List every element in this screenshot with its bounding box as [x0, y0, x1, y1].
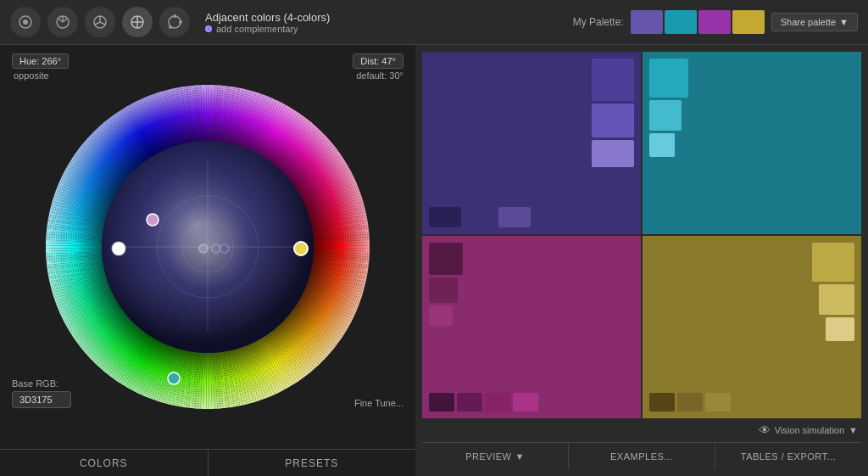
tl-swatch-3[interactable] — [592, 140, 634, 167]
quadrant-teal[interactable] — [643, 52, 861, 234]
palette-section: My Palette: Share palette ▼ — [573, 10, 858, 34]
vision-label: Vision simulation — [775, 425, 844, 435]
selector-dot-pink[interactable] — [147, 214, 159, 226]
tables-export-tab[interactable]: TABLES / EXPORT... — [715, 443, 861, 469]
quadrant-gold[interactable] — [643, 236, 861, 418]
selector-dot-teal[interactable] — [168, 372, 180, 384]
bl-bottom-2[interactable] — [457, 393, 482, 412]
radio-dot — [205, 25, 212, 32]
left-bottom-tabs: COLORS PRESETS — [0, 449, 415, 476]
dist-badge: Dist: 47° — [353, 53, 403, 69]
br-swatch-3[interactable] — [826, 317, 854, 341]
finetune-link[interactable]: Fine Tune... — [354, 398, 403, 408]
adjacent-mode-btn[interactable] — [47, 7, 78, 37]
vision-arrow: ▼ — [849, 425, 858, 435]
bl-bottom-swatches — [429, 393, 538, 412]
wheel-area: Hue: 266° opposite Dist: 47° default: 30… — [0, 45, 415, 449]
mode-sub: add complementary — [205, 24, 330, 34]
tl-bottom-swatches — [429, 207, 531, 227]
hue-badge: Hue: 266° — [12, 53, 69, 69]
color-grid — [422, 52, 861, 418]
br-bottom-3[interactable] — [705, 393, 731, 412]
preview-arrow: ▼ — [515, 451, 524, 462]
tl-bottom-3[interactable] — [498, 207, 531, 227]
mono-mode-btn[interactable] — [10, 7, 41, 37]
svg-line-9 — [95, 22, 100, 25]
selector-dot-white[interactable] — [112, 242, 125, 255]
tl-bottom-1[interactable] — [429, 207, 461, 227]
bl-swatch-3[interactable] — [429, 305, 453, 326]
svg-point-16 — [173, 14, 176, 18]
br-swatches — [812, 243, 854, 341]
four-mode-btn[interactable] — [122, 7, 153, 37]
tr-swatch-3[interactable] — [649, 133, 675, 157]
quadrant-magenta[interactable] — [422, 236, 641, 418]
bottom-controls: 👁 Vision simulation ▼ — [422, 422, 861, 439]
bl-swatches — [429, 243, 463, 326]
top-bar: Adjacent colors (4-colors) add complemen… — [0, 0, 868, 45]
tl-bottom-2[interactable] — [464, 207, 496, 227]
bl-swatch-1[interactable] — [429, 243, 463, 275]
right-panel: 👁 Vision simulation ▼ PREVIEW ▼ EXAMPLES… — [415, 45, 868, 476]
tr-swatch-2[interactable] — [649, 100, 682, 131]
base-rgb-label: Base RGB: — [12, 378, 71, 389]
selector-dot-center3[interactable] — [220, 244, 229, 253]
selector-dot-center1[interactable] — [199, 244, 208, 253]
left-panel: Hue: 266° opposite Dist: 47° default: 30… — [0, 45, 415, 476]
base-rgb: Base RGB: 3D3175 — [12, 378, 71, 408]
examples-tab[interactable]: EXAMPLES... — [569, 443, 715, 469]
right-bottom-tabs: PREVIEW ▼ EXAMPLES... TABLES / EXPORT... — [422, 442, 861, 469]
tl-swatches — [592, 59, 634, 167]
svg-line-8 — [100, 22, 105, 25]
selector-dot-main[interactable] — [294, 242, 308, 255]
tr-swatches — [649, 59, 688, 157]
bl-bottom-3[interactable] — [485, 393, 510, 412]
main-content: Hue: 266° opposite Dist: 47° default: 30… — [0, 45, 868, 476]
tl-swatch-1[interactable] — [592, 59, 634, 101]
base-rgb-value[interactable]: 3D3175 — [12, 391, 71, 408]
custom-mode-btn[interactable] — [159, 7, 190, 37]
palette-swatches — [631, 10, 765, 34]
quadrant-purple[interactable] — [422, 52, 641, 234]
svg-point-18 — [169, 25, 172, 29]
split-icon — [92, 14, 108, 31]
mode-title: Adjacent colors (4-colors) — [205, 11, 330, 24]
mode-icons — [10, 7, 190, 37]
mode-info: Adjacent colors (4-colors) add complemen… — [205, 11, 330, 34]
split-mode-btn[interactable] — [85, 7, 115, 37]
share-palette-btn[interactable]: Share palette ▼ — [771, 13, 858, 31]
mode-sub-label: add complementary — [216, 24, 298, 34]
palette-swatch-teal[interactable] — [665, 10, 697, 34]
selector-dot-center2[interactable] — [212, 244, 220, 253]
br-bottom-swatches — [649, 393, 731, 412]
svg-point-1 — [23, 20, 28, 25]
br-bottom-2[interactable] — [677, 393, 703, 412]
vision-simulation-btn[interactable]: 👁 Vision simulation ▼ — [759, 423, 858, 437]
palette-swatch-magenta[interactable] — [698, 10, 731, 34]
colors-tab[interactable]: COLORS — [0, 450, 208, 476]
custom-icon — [166, 14, 183, 31]
mono-icon — [17, 14, 34, 31]
br-swatch-2[interactable] — [819, 284, 854, 315]
color-wheel-svg — [38, 77, 377, 417]
palette-swatch-purple[interactable] — [631, 10, 663, 34]
tl-swatch-2[interactable] — [592, 104, 634, 137]
palette-swatch-gold[interactable] — [732, 10, 765, 34]
adjacent-icon — [54, 14, 71, 31]
eye-icon: 👁 — [759, 423, 771, 437]
bl-bottom-1[interactable] — [429, 393, 454, 412]
br-bottom-1[interactable] — [649, 393, 675, 412]
tr-swatch-1[interactable] — [649, 59, 688, 98]
four-icon — [129, 14, 146, 31]
color-wheel[interactable] — [38, 77, 377, 417]
bl-bottom-4[interactable] — [513, 393, 538, 412]
palette-label: My Palette: — [573, 16, 624, 28]
presets-tab[interactable]: PRESETS — [209, 450, 416, 476]
preview-tab[interactable]: PREVIEW ▼ — [422, 443, 568, 469]
bl-swatch-2[interactable] — [429, 277, 458, 303]
svg-point-17 — [179, 20, 182, 24]
br-swatch-1[interactable] — [812, 243, 854, 282]
